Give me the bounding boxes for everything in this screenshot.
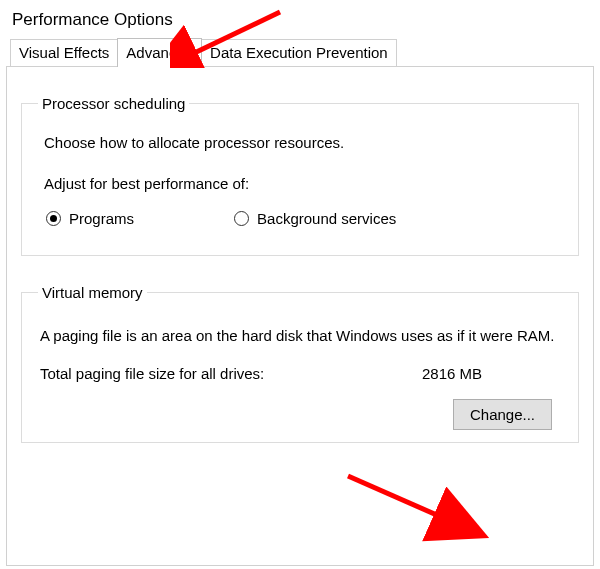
tab-panel-advanced: Processor scheduling Choose how to alloc… [6,66,594,566]
tab-data-execution-prevention[interactable]: Data Execution Prevention [201,39,397,66]
adjust-label: Adjust for best performance of: [44,175,562,192]
radio-icon [234,211,249,226]
tab-visual-effects[interactable]: Visual Effects [10,39,118,66]
processor-desc: Choose how to allocate processor resourc… [44,134,562,151]
tab-advanced[interactable]: Advanced [117,38,202,67]
group-legend-vm: Virtual memory [38,284,147,301]
radio-programs-label: Programs [69,210,134,227]
radio-icon [46,211,61,226]
radio-background-services[interactable]: Background services [234,210,396,227]
vm-total-value: 2816 MB [422,365,512,382]
radio-programs[interactable]: Programs [46,210,134,227]
group-virtual-memory: Virtual memory A paging file is an area … [21,284,579,443]
vm-total-label: Total paging file size for all drives: [40,365,264,382]
radio-background-label: Background services [257,210,396,227]
vm-desc: A paging file is an area on the hard dis… [40,325,560,347]
tab-strip: Visual Effects Advanced Data Execution P… [0,38,600,66]
window-title: Performance Options [0,0,600,38]
group-processor-scheduling: Processor scheduling Choose how to alloc… [21,95,579,256]
change-button[interactable]: Change... [453,399,552,430]
group-legend-processor: Processor scheduling [38,95,189,112]
